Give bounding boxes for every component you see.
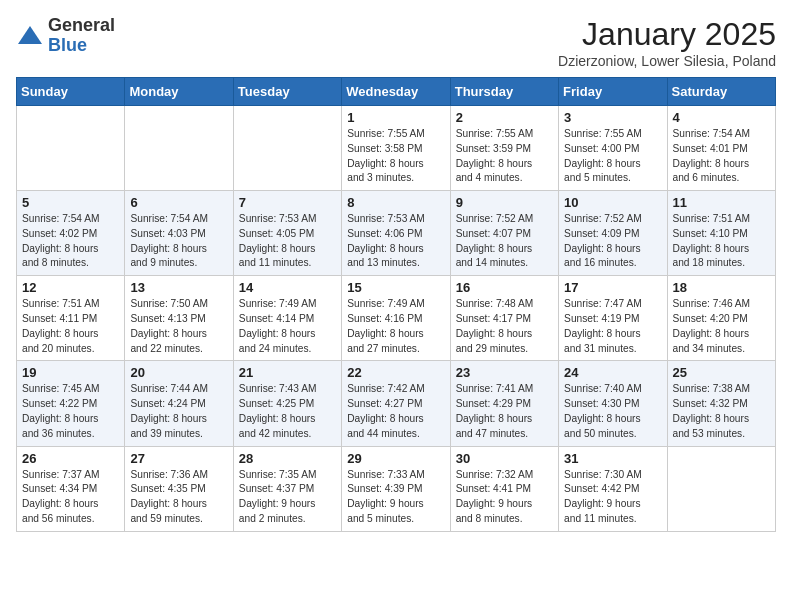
day-info: Sunrise: 7:40 AMSunset: 4:30 PMDaylight:… — [564, 382, 661, 441]
day-number: 18 — [673, 280, 770, 295]
calendar-cell: 17Sunrise: 7:47 AMSunset: 4:19 PMDayligh… — [559, 276, 667, 361]
day-info: Sunrise: 7:38 AMSunset: 4:32 PMDaylight:… — [673, 382, 770, 441]
calendar-cell: 10Sunrise: 7:52 AMSunset: 4:09 PMDayligh… — [559, 191, 667, 276]
day-info: Sunrise: 7:45 AMSunset: 4:22 PMDaylight:… — [22, 382, 119, 441]
calendar-table: SundayMondayTuesdayWednesdayThursdayFrid… — [16, 77, 776, 532]
day-info: Sunrise: 7:36 AMSunset: 4:35 PMDaylight:… — [130, 468, 227, 527]
day-info: Sunrise: 7:41 AMSunset: 4:29 PMDaylight:… — [456, 382, 553, 441]
calendar-cell: 21Sunrise: 7:43 AMSunset: 4:25 PMDayligh… — [233, 361, 341, 446]
calendar-week-row: 26Sunrise: 7:37 AMSunset: 4:34 PMDayligh… — [17, 446, 776, 531]
weekday-header-sunday: Sunday — [17, 78, 125, 106]
day-number: 22 — [347, 365, 444, 380]
day-info: Sunrise: 7:53 AMSunset: 4:05 PMDaylight:… — [239, 212, 336, 271]
day-info: Sunrise: 7:51 AMSunset: 4:11 PMDaylight:… — [22, 297, 119, 356]
day-number: 9 — [456, 195, 553, 210]
calendar-cell: 6Sunrise: 7:54 AMSunset: 4:03 PMDaylight… — [125, 191, 233, 276]
day-info: Sunrise: 7:32 AMSunset: 4:41 PMDaylight:… — [456, 468, 553, 527]
day-number: 30 — [456, 451, 553, 466]
calendar-cell: 30Sunrise: 7:32 AMSunset: 4:41 PMDayligh… — [450, 446, 558, 531]
logo-general: General — [48, 15, 115, 35]
day-number: 28 — [239, 451, 336, 466]
day-number: 3 — [564, 110, 661, 125]
calendar-week-row: 12Sunrise: 7:51 AMSunset: 4:11 PMDayligh… — [17, 276, 776, 361]
day-number: 31 — [564, 451, 661, 466]
day-number: 6 — [130, 195, 227, 210]
day-info: Sunrise: 7:54 AMSunset: 4:03 PMDaylight:… — [130, 212, 227, 271]
calendar-cell: 25Sunrise: 7:38 AMSunset: 4:32 PMDayligh… — [667, 361, 775, 446]
logo-text: General Blue — [48, 16, 115, 56]
day-number: 12 — [22, 280, 119, 295]
calendar-cell: 14Sunrise: 7:49 AMSunset: 4:14 PMDayligh… — [233, 276, 341, 361]
logo-icon — [16, 22, 44, 50]
day-info: Sunrise: 7:35 AMSunset: 4:37 PMDaylight:… — [239, 468, 336, 527]
day-number: 21 — [239, 365, 336, 380]
svg-marker-0 — [18, 26, 42, 44]
day-info: Sunrise: 7:42 AMSunset: 4:27 PMDaylight:… — [347, 382, 444, 441]
calendar-cell — [667, 446, 775, 531]
day-info: Sunrise: 7:46 AMSunset: 4:20 PMDaylight:… — [673, 297, 770, 356]
day-number: 14 — [239, 280, 336, 295]
calendar-cell: 13Sunrise: 7:50 AMSunset: 4:13 PMDayligh… — [125, 276, 233, 361]
day-info: Sunrise: 7:43 AMSunset: 4:25 PMDaylight:… — [239, 382, 336, 441]
day-number: 27 — [130, 451, 227, 466]
day-number: 16 — [456, 280, 553, 295]
day-info: Sunrise: 7:44 AMSunset: 4:24 PMDaylight:… — [130, 382, 227, 441]
day-number: 7 — [239, 195, 336, 210]
day-number: 10 — [564, 195, 661, 210]
weekday-header-saturday: Saturday — [667, 78, 775, 106]
day-number: 8 — [347, 195, 444, 210]
calendar-cell: 9Sunrise: 7:52 AMSunset: 4:07 PMDaylight… — [450, 191, 558, 276]
calendar-week-row: 19Sunrise: 7:45 AMSunset: 4:22 PMDayligh… — [17, 361, 776, 446]
logo-blue: Blue — [48, 35, 87, 55]
day-number: 19 — [22, 365, 119, 380]
calendar-cell — [125, 106, 233, 191]
day-number: 15 — [347, 280, 444, 295]
weekday-header-wednesday: Wednesday — [342, 78, 450, 106]
day-info: Sunrise: 7:55 AMSunset: 3:59 PMDaylight:… — [456, 127, 553, 186]
day-info: Sunrise: 7:52 AMSunset: 4:07 PMDaylight:… — [456, 212, 553, 271]
calendar-cell: 20Sunrise: 7:44 AMSunset: 4:24 PMDayligh… — [125, 361, 233, 446]
calendar-cell: 5Sunrise: 7:54 AMSunset: 4:02 PMDaylight… — [17, 191, 125, 276]
logo: General Blue — [16, 16, 115, 56]
day-number: 5 — [22, 195, 119, 210]
day-info: Sunrise: 7:49 AMSunset: 4:14 PMDaylight:… — [239, 297, 336, 356]
weekday-header-tuesday: Tuesday — [233, 78, 341, 106]
day-info: Sunrise: 7:37 AMSunset: 4:34 PMDaylight:… — [22, 468, 119, 527]
calendar-cell: 3Sunrise: 7:55 AMSunset: 4:00 PMDaylight… — [559, 106, 667, 191]
calendar-cell: 8Sunrise: 7:53 AMSunset: 4:06 PMDaylight… — [342, 191, 450, 276]
calendar-cell — [17, 106, 125, 191]
day-number: 26 — [22, 451, 119, 466]
calendar-cell: 19Sunrise: 7:45 AMSunset: 4:22 PMDayligh… — [17, 361, 125, 446]
calendar-cell: 24Sunrise: 7:40 AMSunset: 4:30 PMDayligh… — [559, 361, 667, 446]
day-info: Sunrise: 7:49 AMSunset: 4:16 PMDaylight:… — [347, 297, 444, 356]
calendar-cell — [233, 106, 341, 191]
day-info: Sunrise: 7:48 AMSunset: 4:17 PMDaylight:… — [456, 297, 553, 356]
day-info: Sunrise: 7:47 AMSunset: 4:19 PMDaylight:… — [564, 297, 661, 356]
day-number: 23 — [456, 365, 553, 380]
day-number: 2 — [456, 110, 553, 125]
title-block: January 2025 Dzierzoniow, Lower Silesia,… — [558, 16, 776, 69]
page-header: General Blue January 2025 Dzierzoniow, L… — [16, 16, 776, 69]
calendar-cell: 16Sunrise: 7:48 AMSunset: 4:17 PMDayligh… — [450, 276, 558, 361]
calendar-cell: 22Sunrise: 7:42 AMSunset: 4:27 PMDayligh… — [342, 361, 450, 446]
day-info: Sunrise: 7:51 AMSunset: 4:10 PMDaylight:… — [673, 212, 770, 271]
day-info: Sunrise: 7:52 AMSunset: 4:09 PMDaylight:… — [564, 212, 661, 271]
day-number: 1 — [347, 110, 444, 125]
day-info: Sunrise: 7:54 AMSunset: 4:02 PMDaylight:… — [22, 212, 119, 271]
calendar-cell: 1Sunrise: 7:55 AMSunset: 3:58 PMDaylight… — [342, 106, 450, 191]
calendar-cell: 15Sunrise: 7:49 AMSunset: 4:16 PMDayligh… — [342, 276, 450, 361]
calendar-cell: 31Sunrise: 7:30 AMSunset: 4:42 PMDayligh… — [559, 446, 667, 531]
day-info: Sunrise: 7:55 AMSunset: 4:00 PMDaylight:… — [564, 127, 661, 186]
day-info: Sunrise: 7:54 AMSunset: 4:01 PMDaylight:… — [673, 127, 770, 186]
calendar-cell: 27Sunrise: 7:36 AMSunset: 4:35 PMDayligh… — [125, 446, 233, 531]
day-number: 20 — [130, 365, 227, 380]
day-number: 4 — [673, 110, 770, 125]
day-info: Sunrise: 7:53 AMSunset: 4:06 PMDaylight:… — [347, 212, 444, 271]
day-info: Sunrise: 7:50 AMSunset: 4:13 PMDaylight:… — [130, 297, 227, 356]
day-number: 17 — [564, 280, 661, 295]
calendar-week-row: 5Sunrise: 7:54 AMSunset: 4:02 PMDaylight… — [17, 191, 776, 276]
calendar-cell: 28Sunrise: 7:35 AMSunset: 4:37 PMDayligh… — [233, 446, 341, 531]
calendar-cell: 2Sunrise: 7:55 AMSunset: 3:59 PMDaylight… — [450, 106, 558, 191]
weekday-header-monday: Monday — [125, 78, 233, 106]
day-number: 29 — [347, 451, 444, 466]
